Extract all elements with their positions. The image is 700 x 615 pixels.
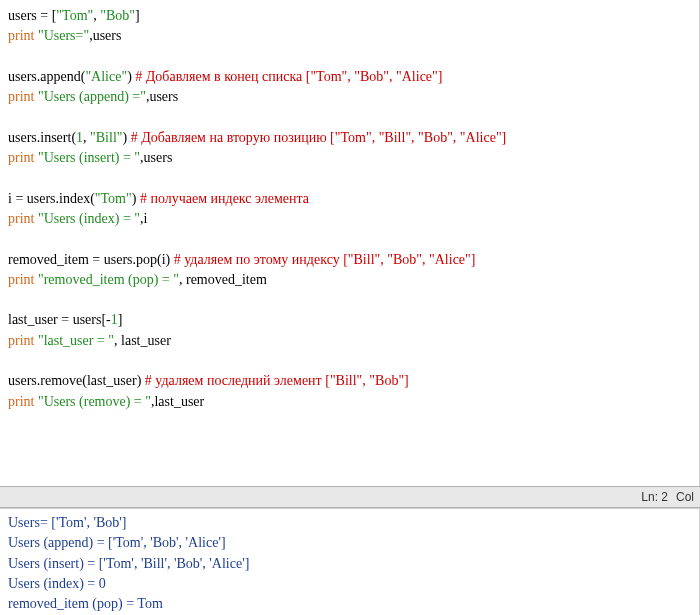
shell-output-pane[interactable]: Users= ['Tom', 'Bob']Users (append) = ['… [0, 508, 700, 615]
status-bar: Ln: 2 Col [0, 486, 700, 508]
code-token: print [8, 150, 34, 165]
code-token: "Users (remove) = " [38, 394, 151, 409]
code-token: 1 [111, 312, 118, 327]
code-token: # удаляем по этому индексу ["Bill", "Bob… [174, 252, 476, 267]
code-token: "Users (append) =" [38, 89, 146, 104]
code-token: print [8, 89, 34, 104]
code-token: "Users (index) = " [38, 211, 140, 226]
code-token: "Users=" [38, 28, 89, 43]
code-token: ,last_user [151, 394, 204, 409]
code-token: "Tom" [95, 191, 132, 206]
code-line[interactable] [8, 351, 691, 371]
code-token: # удаляем последний элемент ["Bill", "Bo… [145, 373, 409, 388]
shell-output-line: removed_item (pop) = Tom [8, 594, 691, 614]
shell-output-line: Users (insert) = ['Tom', 'Bill', 'Bob', … [8, 554, 691, 574]
code-token: ,users [146, 89, 178, 104]
code-line[interactable] [8, 229, 691, 249]
code-token: ] [135, 8, 140, 23]
status-col: Col [676, 490, 694, 504]
code-token: print [8, 394, 34, 409]
code-token: "Users (insert) = " [38, 150, 140, 165]
code-token: print [8, 333, 34, 348]
code-editor-pane[interactable]: users = ["Tom", "Bob"]print "Users=",use… [0, 0, 700, 486]
code-line[interactable]: last_user = users[-1] [8, 310, 691, 330]
code-token: users.remove(last_user) [8, 373, 145, 388]
code-line[interactable]: print "last_user = ", last_user [8, 331, 691, 351]
code-token: print [8, 28, 34, 43]
code-line[interactable]: print "removed_item (pop) = ", removed_i… [8, 270, 691, 290]
code-token: removed_item = users.pop(i) [8, 252, 174, 267]
code-token: # получаем индекс элемента [140, 191, 309, 206]
code-line[interactable] [8, 290, 691, 310]
code-token: , removed_item [179, 272, 267, 287]
code-line[interactable]: users.remove(last_user) # удаляем послед… [8, 371, 691, 391]
code-token: # Добавляем в конец списка ["Tom", "Bob"… [135, 69, 442, 84]
code-token: print [8, 211, 34, 226]
status-line: Ln: 2 [641, 490, 668, 504]
code-token: 1 [76, 130, 83, 145]
code-token: ,users [89, 28, 121, 43]
code-token: ) [122, 130, 130, 145]
code-line[interactable]: users = ["Tom", "Bob"] [8, 6, 691, 26]
shell-output-line: Users (append) = ['Tom', 'Bob', 'Alice'] [8, 533, 691, 553]
code-token: last_user = users[- [8, 312, 111, 327]
shell-output-line: Users= ['Tom', 'Bob'] [8, 513, 691, 533]
code-line[interactable] [8, 168, 691, 188]
code-token: "Alice" [85, 69, 127, 84]
code-token: , [83, 130, 90, 145]
code-line[interactable]: users.append("Alice") # Добавляем в коне… [8, 67, 691, 87]
code-token: "Bill" [90, 130, 122, 145]
code-line[interactable]: print "Users (insert) = ",users [8, 148, 691, 168]
code-token: i = users.index( [8, 191, 95, 206]
code-token: ) [132, 191, 140, 206]
code-token: users = [ [8, 8, 56, 23]
code-token: ] [118, 312, 123, 327]
code-line[interactable]: removed_item = users.pop(i) # удаляем по… [8, 250, 691, 270]
code-token: "removed_item (pop) = " [38, 272, 179, 287]
code-token: ,users [140, 150, 172, 165]
code-token: users.insert( [8, 130, 76, 145]
code-token: print [8, 272, 34, 287]
code-line[interactable]: print "Users (append) =",users [8, 87, 691, 107]
code-line[interactable]: print "Users=",users [8, 26, 691, 46]
code-token: "Tom" [56, 8, 93, 23]
code-line[interactable] [8, 107, 691, 127]
code-token: # Добавляем на вторую позицию ["Tom", "B… [131, 130, 507, 145]
code-token: users.append( [8, 69, 85, 84]
code-line[interactable]: i = users.index("Tom") # получаем индекс… [8, 189, 691, 209]
code-line[interactable]: print "Users (index) = ",i [8, 209, 691, 229]
code-token: , last_user [114, 333, 171, 348]
code-token: "Bob" [100, 8, 135, 23]
shell-output-line: Users (index) = 0 [8, 574, 691, 594]
code-line[interactable]: print "Users (remove) = ",last_user [8, 392, 691, 412]
code-line[interactable] [8, 47, 691, 67]
code-line[interactable]: users.insert(1, "Bill") # Добавляем на в… [8, 128, 691, 148]
code-token: "last_user = " [38, 333, 114, 348]
code-token: ,i [140, 211, 147, 226]
